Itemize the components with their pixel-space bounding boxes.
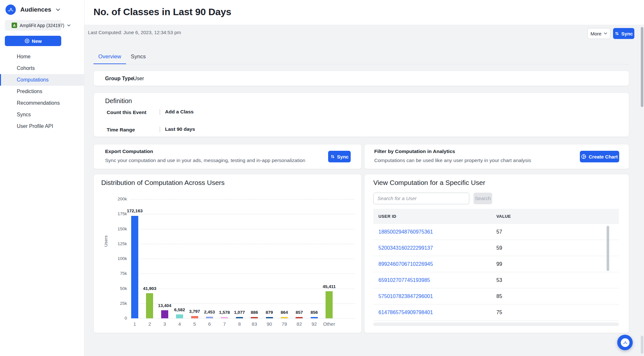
page-scrollbar-thumb[interactable] <box>641 27 643 107</box>
definition-divider <box>160 109 160 115</box>
user-id-link[interactable]: 5750107823847296001 <box>378 293 433 299</box>
new-button-label: New <box>32 38 42 44</box>
filter-title: Filter by Computation in Analytics <box>374 149 455 154</box>
bar-4[interactable] <box>176 314 183 318</box>
bar-6[interactable] <box>206 317 213 318</box>
tab-overview[interactable]: Overview <box>93 53 126 64</box>
y-tick-label: 125k <box>110 241 127 246</box>
amplitude-help-fab[interactable] <box>617 335 633 350</box>
distribution-chart-card: Distribution of Computation Across Users… <box>93 174 362 333</box>
table-scrollbar-thumb[interactable] <box>607 226 609 271</box>
search-button[interactable]: Search <box>473 193 492 204</box>
plot-area: 025k50k75k100k125k150k175k200k172,163141… <box>131 199 355 318</box>
user-id-link[interactable]: 1885002948760975361 <box>378 229 433 235</box>
bar-1[interactable] <box>131 216 138 319</box>
main-area: No. of Classes in Last 90 Days Last Comp… <box>84 0 644 356</box>
gridline <box>131 244 355 244</box>
sidebar-item-user-profile-api[interactable]: User Profile API <box>0 120 84 132</box>
bar-value-label: 172,163 <box>120 208 150 213</box>
column-header-user-id: USER ID <box>378 214 396 219</box>
search-input[interactable] <box>373 193 469 204</box>
user-id-link[interactable]: 5200343160222299137 <box>378 245 433 251</box>
y-axis-label: Users <box>103 236 108 247</box>
value-cell: 53 <box>496 277 502 283</box>
gridline <box>131 229 355 229</box>
product-name: Audiences <box>20 6 51 13</box>
table-body: 1885002948760975361575200343160222299137… <box>373 224 619 321</box>
y-tick-label: 75k <box>110 271 127 276</box>
user-lookup-card: View Computation for a Specific User Sea… <box>364 174 629 333</box>
definition-value: Add a Class <box>165 109 194 115</box>
gridline <box>131 199 355 199</box>
filter-description: Computations can be used like any user p… <box>374 158 531 163</box>
sidebar-item-home[interactable]: Home <box>0 51 84 63</box>
filter-card: Filter by Computation in Analytics Compu… <box>364 144 629 169</box>
tab-syncs[interactable]: Syncs <box>126 53 151 64</box>
column-header-value: VALUE <box>496 214 511 219</box>
more-button[interactable]: More <box>587 28 610 39</box>
gridline <box>131 214 355 214</box>
export-description: Sync your computation and use in your ad… <box>105 158 305 163</box>
sidebar-item-computations[interactable]: Computations <box>0 74 84 86</box>
bar-7[interactable] <box>221 317 228 318</box>
export-sync-label: Sync <box>337 154 349 159</box>
bar-Other[interactable] <box>326 291 333 318</box>
gridline <box>131 274 355 274</box>
value-cell: 57 <box>496 229 502 235</box>
more-button-label: More <box>590 31 601 36</box>
y-tick-label: 25k <box>110 301 127 306</box>
chart-pie-icon <box>581 154 586 159</box>
y-tick-label: 0 <box>110 316 127 321</box>
bar-92[interactable] <box>311 317 318 318</box>
tab-overview-label: Overview <box>98 53 121 60</box>
chevron-down-icon <box>56 8 60 11</box>
bar-value-label: 856 <box>299 310 329 315</box>
group-type-value: User <box>133 76 144 82</box>
app-window: Audiences A AmpliFit App (324197) New Ho… <box>0 0 644 356</box>
y-tick-label: 100k <box>110 256 127 261</box>
user-id-link[interactable]: 6147865754909798401 <box>378 310 433 315</box>
x-tick-label: Other <box>319 321 339 327</box>
page-scrollbar-thumb-bottom[interactable] <box>641 336 643 354</box>
table-hscroll-track[interactable] <box>373 322 619 326</box>
tab-bar: Overview Syncs <box>93 53 151 64</box>
chevron-down-icon <box>67 24 71 27</box>
bar-8[interactable] <box>236 317 243 318</box>
bar-83[interactable] <box>251 317 258 318</box>
definition-label: Time Range <box>107 127 135 133</box>
sidebar-item-predictions[interactable]: Predictions <box>0 86 84 97</box>
y-tick-label: 150k <box>110 226 127 231</box>
bar-5[interactable] <box>191 316 198 318</box>
create-chart-label: Create Chart <box>589 154 618 159</box>
definition-heading: Definition <box>105 97 132 105</box>
sync-button-label: Sync <box>621 31 633 36</box>
value-cell: 75 <box>496 310 502 315</box>
new-button[interactable]: New <box>5 36 61 46</box>
chart-title: Distribution of Computation Across Users <box>101 179 225 187</box>
gridline <box>131 259 355 259</box>
definition-label: Count this Event <box>107 110 146 115</box>
bar-90[interactable] <box>266 317 273 318</box>
table-row: 899246070671022694599 <box>373 256 619 272</box>
table-row: 575010782384729600185 <box>373 288 619 304</box>
user-id-link[interactable]: 659102707745193985 <box>378 277 430 283</box>
export-title: Export Computation <box>105 149 153 154</box>
app-selector[interactable]: A AmpliFit App (324197) <box>5 20 61 31</box>
export-sync-button[interactable]: Sync <box>328 151 351 162</box>
sidebar: Audiences A AmpliFit App (324197) New Ho… <box>0 0 84 356</box>
sidebar-item-syncs[interactable]: Syncs <box>0 109 84 120</box>
app-badge: A <box>12 23 17 28</box>
create-chart-button[interactable]: Create Chart <box>580 151 619 162</box>
product-switcher[interactable]: Audiences <box>5 5 60 15</box>
sidebar-item-recommendations[interactable]: Recommendations <box>0 97 84 109</box>
bar-82[interactable] <box>296 317 303 318</box>
app-name: AmpliFit App (324197) <box>20 23 64 28</box>
amplitude-logo-icon <box>621 338 629 347</box>
page-header: No. of Classes in Last 90 Days <box>84 0 644 25</box>
sync-button[interactable]: Sync <box>613 28 634 39</box>
bar-79[interactable] <box>281 317 288 318</box>
user-id-link[interactable]: 8992460706710226945 <box>378 261 433 267</box>
value-cell: 59 <box>496 245 502 251</box>
sidebar-nav: HomeCohortsComputationsPredictionsRecomm… <box>0 51 84 132</box>
sidebar-item-cohorts[interactable]: Cohorts <box>0 63 84 74</box>
